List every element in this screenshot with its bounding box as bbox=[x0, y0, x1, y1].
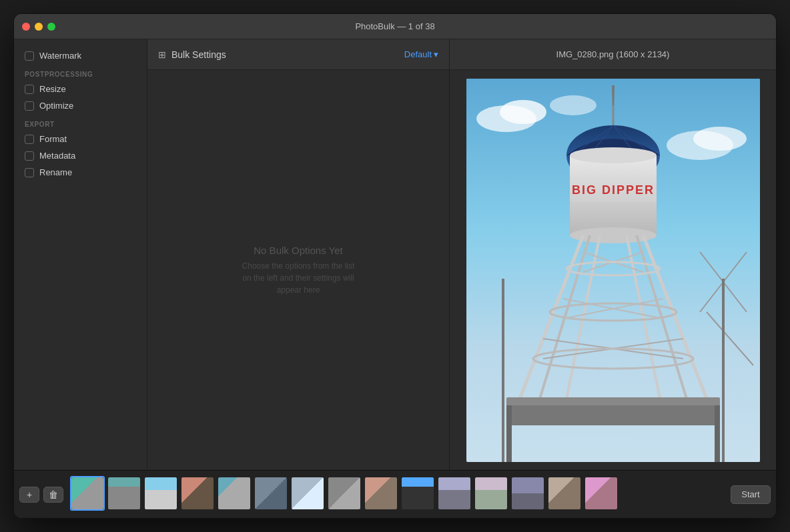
default-label: Default bbox=[404, 49, 432, 59]
panel-empty-desc: Choose the options from the list on the … bbox=[238, 260, 358, 296]
panel-header-title: Bulk Settings bbox=[171, 49, 399, 60]
svg-rect-36 bbox=[715, 405, 720, 462]
maximize-button[interactable] bbox=[47, 23, 55, 31]
format-label: Format bbox=[39, 134, 67, 144]
svg-point-4 bbox=[693, 127, 747, 151]
start-button[interactable]: Start bbox=[731, 485, 771, 504]
panel-empty-state: No Bulk Options Yet Choose the options f… bbox=[147, 70, 449, 470]
thumbnail-1[interactable] bbox=[107, 476, 141, 511]
svg-rect-34 bbox=[506, 405, 720, 425]
bulk-settings-icon: ⊞ bbox=[158, 49, 166, 60]
main-content: Watermark POSTPROCESSING Resize Optimize… bbox=[14, 39, 776, 470]
minimize-button[interactable] bbox=[35, 23, 43, 31]
svg-point-14 bbox=[570, 147, 657, 163]
panel-header: ⊞ Bulk Settings Default ▾ bbox=[147, 39, 449, 70]
svg-point-5 bbox=[550, 95, 597, 115]
sidebar-item-rename[interactable]: Rename bbox=[14, 164, 147, 181]
resize-label: Resize bbox=[39, 84, 66, 94]
center-panel: ⊞ Bulk Settings Default ▾ No Bulk Option… bbox=[147, 39, 449, 470]
sidebar: Watermark POSTPROCESSING Resize Optimize… bbox=[14, 39, 147, 470]
titlebar: PhotoBulk — 1 of 38 bbox=[14, 14, 776, 39]
postprocessing-section-label: POSTPROCESSING bbox=[14, 64, 147, 81]
metadata-checkbox[interactable] bbox=[25, 151, 34, 161]
svg-text:BIG DIPPER: BIG DIPPER bbox=[571, 183, 654, 197]
thumbnail-12[interactable] bbox=[510, 476, 545, 511]
filmstrip-controls: + 🗑 bbox=[19, 487, 63, 503]
app-window: PhotoBulk — 1 of 38 Watermark POSTPROCES… bbox=[13, 13, 777, 519]
sidebar-item-resize[interactable]: Resize bbox=[14, 81, 147, 97]
sidebar-item-format[interactable]: Format bbox=[14, 131, 147, 147]
thumbnail-10[interactable] bbox=[437, 476, 472, 511]
optimize-checkbox[interactable] bbox=[25, 101, 34, 111]
image-preview: BIG DIPPER bbox=[466, 79, 760, 462]
window-title: PhotoBulk — 1 of 38 bbox=[355, 21, 434, 31]
thumbnail-9[interactable] bbox=[400, 476, 435, 511]
traffic-lights bbox=[22, 23, 55, 31]
delete-button[interactable]: 🗑 bbox=[43, 487, 63, 503]
format-checkbox[interactable] bbox=[25, 135, 34, 144]
thumbnail-2[interactable] bbox=[143, 476, 178, 511]
close-button[interactable] bbox=[22, 23, 30, 31]
thumbnail-3[interactable] bbox=[180, 476, 215, 511]
watermark-checkbox[interactable] bbox=[25, 51, 34, 61]
optimize-label: Optimize bbox=[39, 101, 73, 111]
panel-empty-title: No Bulk Options Yet bbox=[254, 245, 342, 256]
sidebar-item-watermark[interactable]: Watermark bbox=[14, 47, 147, 64]
filmstrip-thumbnails bbox=[70, 476, 728, 513]
thumbnail-6[interactable] bbox=[290, 476, 325, 511]
image-header: IMG_0280.png (1600 x 2134) bbox=[450, 39, 776, 70]
thumbnail-13[interactable] bbox=[547, 476, 582, 511]
svg-rect-35 bbox=[506, 405, 512, 462]
thumbnail-5[interactable] bbox=[254, 476, 288, 511]
start-label: Start bbox=[741, 489, 759, 499]
watermark-label: Watermark bbox=[39, 51, 81, 61]
add-icon: + bbox=[27, 489, 32, 500]
thumbnail-0[interactable] bbox=[70, 476, 105, 511]
thumbnail-7[interactable] bbox=[327, 476, 362, 511]
add-button[interactable]: + bbox=[19, 487, 39, 503]
resize-checkbox[interactable] bbox=[25, 85, 34, 94]
thumbnail-4[interactable] bbox=[217, 476, 252, 511]
image-title: IMG_0280.png (1600 x 2134) bbox=[556, 49, 670, 59]
trash-icon: 🗑 bbox=[49, 489, 58, 500]
rename-label: Rename bbox=[39, 167, 72, 177]
sidebar-item-optimize[interactable]: Optimize bbox=[14, 97, 147, 114]
export-section-label: EXPORT bbox=[14, 114, 147, 131]
filmstrip: + 🗑 Start bbox=[14, 470, 776, 518]
chevron-down-icon: ▾ bbox=[434, 49, 438, 59]
sidebar-item-metadata[interactable]: Metadata bbox=[14, 147, 147, 164]
thumbnail-14[interactable] bbox=[584, 476, 619, 511]
default-dropdown[interactable]: Default ▾ bbox=[404, 49, 438, 59]
thumbnail-11[interactable] bbox=[474, 476, 508, 511]
right-panel: IMG_0280.png (1600 x 2134) bbox=[449, 39, 776, 470]
rename-checkbox[interactable] bbox=[25, 168, 34, 177]
svg-point-2 bbox=[500, 100, 546, 124]
thumbnail-8[interactable] bbox=[364, 476, 398, 511]
metadata-label: Metadata bbox=[39, 151, 75, 161]
image-preview-area: BIG DIPPER bbox=[450, 70, 776, 470]
